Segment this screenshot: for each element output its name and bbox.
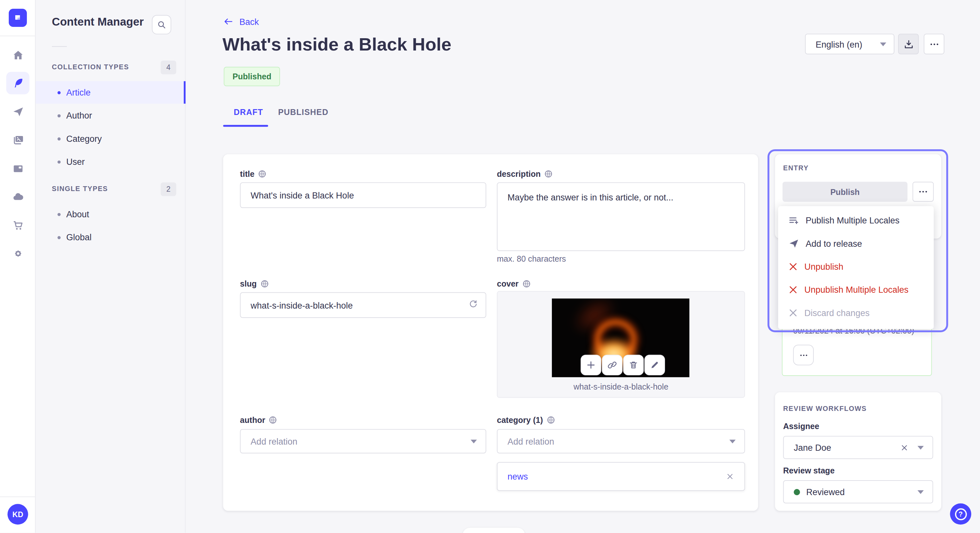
menu-item-unpublish[interactable]: Unpublish	[778, 255, 934, 278]
subnav-divider	[52, 46, 67, 47]
search-button[interactable]	[152, 15, 172, 34]
cover-copy-link-button[interactable]	[602, 355, 622, 375]
sidebar-item-deploy[interactable]	[6, 186, 29, 208]
bullet-icon	[57, 114, 60, 117]
sidebar-item-home[interactable]	[6, 44, 29, 66]
stage-status-dot	[794, 489, 800, 495]
bottom-panel-peek	[463, 528, 525, 533]
question-mark-icon: ?	[955, 508, 967, 520]
section-collection-types: COLLECTION TYPES	[52, 63, 129, 71]
subnav-item-author[interactable]: Author	[36, 104, 186, 127]
header-more-button[interactable]	[924, 34, 944, 54]
single-types-count-badge: 2	[161, 182, 176, 196]
slug-field-label: slug	[240, 279, 269, 289]
help-button[interactable]: ?	[950, 503, 971, 525]
review-workflows-panel: REVIEW WORKFLOWS Assignee Jane Doe Revie…	[775, 392, 941, 511]
bullet-icon	[57, 137, 60, 140]
assignee-select[interactable]: Jane Doe	[783, 436, 933, 459]
sidebar-item-releases[interactable]	[6, 100, 29, 123]
review-stage-label: Review stage	[783, 466, 835, 475]
subnav-item-about[interactable]: About	[36, 203, 186, 225]
app: KD Content Manager COLLECTION TYPES 4 Ar…	[0, 0, 980, 533]
entry-more-button[interactable]	[913, 182, 934, 202]
menu-item-unpublish-multiple-locales[interactable]: Unpublish Multiple Locales	[778, 278, 934, 301]
title-input[interactable]	[240, 182, 487, 208]
subnav-item-category[interactable]: Category	[36, 127, 186, 150]
cart-icon	[12, 219, 24, 232]
menu-item-discard-changes[interactable]: Discard changes	[778, 301, 934, 324]
entry-actions-menu: Publish Multiple Locales Add to release …	[778, 206, 934, 329]
description-textarea[interactable]: Maybe the answer is in this article, or …	[497, 182, 745, 251]
category-chip-news[interactable]: news	[508, 471, 528, 482]
chevron-down-icon	[730, 439, 736, 443]
description-field-label: description	[497, 169, 552, 179]
list-locales-icon	[788, 214, 800, 226]
back-link[interactable]: Back	[223, 16, 259, 27]
subnav-item-article[interactable]: Article	[36, 81, 186, 104]
subnav-title: Content Manager	[52, 16, 144, 29]
strapi-logo-icon	[12, 12, 24, 24]
author-relation-select[interactable]: Add relation	[240, 429, 487, 453]
subnav-item-label: Author	[66, 110, 92, 121]
assignee-value: Jane Doe	[794, 443, 831, 452]
plus-icon	[585, 360, 596, 370]
slug-input[interactable]	[240, 292, 487, 318]
release-more-button[interactable]	[793, 345, 814, 366]
subnav-item-label: Category	[66, 134, 102, 144]
locale-select[interactable]: English (en)	[805, 34, 894, 54]
rail-bottom-divider	[0, 497, 35, 497]
close-icon	[725, 472, 734, 481]
search-icon	[156, 19, 167, 30]
strapi-logo[interactable]	[9, 9, 27, 27]
cover-edit-button[interactable]	[644, 355, 665, 375]
cloud-icon	[12, 190, 24, 203]
section-single-types: SINGLE TYPES	[52, 185, 108, 192]
more-dots-icon	[918, 186, 929, 198]
publish-button[interactable]: Publish	[783, 182, 908, 202]
page-title: What's inside a Black Hole	[223, 34, 452, 55]
tab-draft[interactable]: DRAFT	[234, 108, 263, 117]
download-icon	[903, 38, 914, 50]
subnav-item-user[interactable]: User	[36, 151, 186, 173]
active-tab-underline	[223, 125, 268, 127]
subnav-item-label: User	[66, 157, 84, 167]
sidebar-item-settings[interactable]	[6, 242, 29, 265]
category-relation-select[interactable]: Add relation	[497, 429, 745, 453]
sidebar-item-media-library[interactable]	[6, 128, 29, 151]
sidebar-item-content-type-builder[interactable]	[6, 157, 29, 180]
chevron-down-icon	[918, 446, 924, 449]
trash-icon	[628, 360, 639, 370]
sidebar-item-content-manager[interactable]	[6, 72, 29, 94]
subnav-item-global[interactable]: Global	[36, 226, 186, 248]
bullet-icon	[57, 160, 60, 163]
bullet-icon	[57, 213, 60, 216]
globe-icon	[544, 170, 552, 178]
menu-item-publish-multiple-locales[interactable]: Publish Multiple Locales	[778, 209, 934, 232]
sidebar-item-marketplace[interactable]	[6, 214, 29, 236]
remove-relation-button[interactable]	[725, 472, 734, 481]
cover-delete-button[interactable]	[623, 355, 644, 375]
user-avatar[interactable]: KD	[8, 504, 28, 525]
review-stage-select[interactable]: Reviewed	[783, 480, 933, 503]
regenerate-slug-button[interactable]	[468, 299, 478, 312]
tab-published[interactable]: PUBLISHED	[278, 108, 328, 117]
feather-icon	[12, 77, 24, 89]
bullet-icon	[57, 91, 60, 94]
chevron-down-icon	[880, 42, 886, 46]
home-icon	[12, 49, 24, 61]
export-button[interactable]	[898, 34, 919, 54]
cover-add-button[interactable]	[581, 355, 601, 375]
category-field-label: category (1)	[497, 415, 555, 425]
subnav-item-label: Article	[66, 87, 91, 97]
author-field-label: author	[240, 415, 277, 425]
globe-icon	[261, 280, 269, 288]
title-field-label: title	[240, 169, 266, 179]
locale-value: English (en)	[816, 39, 862, 49]
clear-assignee-button[interactable]	[900, 443, 909, 452]
stage-value: Reviewed	[806, 487, 845, 497]
rail-divider	[0, 36, 35, 36]
cover-actions	[581, 355, 665, 375]
cover-filename: what-s-inside-a-black-hole	[498, 382, 745, 392]
subnav-item-label: Global	[66, 232, 91, 242]
menu-item-add-to-release[interactable]: Add to release	[778, 232, 934, 254]
